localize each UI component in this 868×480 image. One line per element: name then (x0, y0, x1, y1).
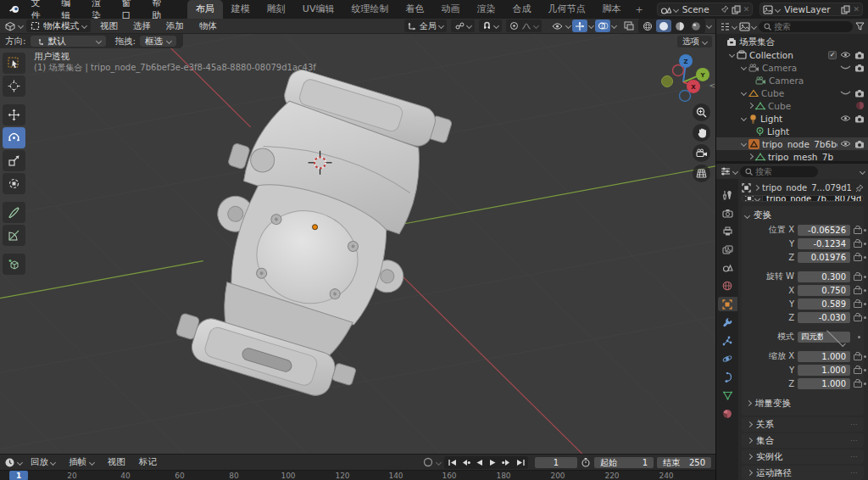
expand-chevron-icon[interactable] (741, 141, 747, 147)
jump-to-end-button[interactable] (514, 457, 526, 468)
add-workspace-button[interactable]: + (629, 2, 648, 19)
transform-panel-header[interactable]: 变换 (745, 209, 860, 222)
frame-start-field[interactable]: 起始1 (594, 457, 654, 468)
animate-dot-icon[interactable] (858, 336, 860, 338)
outliner-row-light-data[interactable]: Light (716, 125, 868, 137)
scene-name[interactable]: Scene (681, 4, 718, 14)
render-camera-icon[interactable] (854, 64, 865, 72)
chevron-down-icon[interactable] (706, 23, 712, 29)
expand-chevron-icon[interactable] (729, 52, 735, 58)
tool-annotate[interactable] (3, 202, 25, 223)
object-type-dropdown[interactable] (743, 196, 763, 201)
animate-dot-icon[interactable] (864, 256, 866, 259)
lock-icon[interactable] (854, 286, 860, 294)
tab-compositing[interactable]: 合成 (504, 0, 539, 19)
chevron-down-icon[interactable] (611, 23, 617, 29)
tool-scale[interactable] (3, 150, 25, 171)
shading-material-button[interactable] (672, 20, 687, 32)
editor-type-button[interactable] (4, 21, 23, 31)
tab-physics[interactable] (718, 352, 737, 366)
viewlayer-name[interactable]: ViewLayer (782, 4, 838, 14)
tab-particles[interactable] (718, 333, 737, 348)
menu-keying[interactable]: 插帧 (64, 455, 98, 469)
viewlayer-icon[interactable] (763, 5, 773, 14)
show-object-types-button[interactable] (549, 20, 565, 32)
outliner-search-input[interactable] (774, 22, 848, 31)
animate-dot-icon[interactable] (864, 243, 866, 245)
playhead-marker[interactable]: 1 (9, 471, 28, 480)
collection-checkbox[interactable]: ✓ (828, 51, 837, 59)
play-button[interactable] (487, 457, 499, 468)
animate-dot-icon[interactable] (864, 303, 866, 305)
pin-icon[interactable] (855, 184, 864, 193)
current-frame-field[interactable]: 1 (535, 457, 577, 468)
menu-object[interactable]: 物体 (193, 20, 223, 33)
close-icon[interactable]: ✕ (743, 5, 750, 14)
outliner-row-light-object[interactable]: Light (716, 112, 868, 125)
mode-selector[interactable]: 物体模式 (26, 20, 91, 32)
perspective-toggle-button[interactable] (693, 165, 710, 182)
tab-uv-editing[interactable]: UV编辑 (294, 0, 343, 19)
properties-editor-type-button[interactable] (720, 166, 737, 176)
lock-icon[interactable] (854, 253, 860, 261)
chevron-down-icon[interactable] (565, 23, 571, 29)
sidebar-collapse-arrow[interactable]: < (709, 81, 715, 90)
outliner-row-collection[interactable]: Collection ✓ (716, 48, 868, 61)
tab-output[interactable] (718, 224, 737, 238)
collapsed-chevron-icon[interactable] (748, 103, 754, 109)
tab-animation[interactable]: 动画 (432, 0, 468, 19)
timeline-ruler[interactable]: 1 20 40 60 80 100 120 140 160 180 200 22… (0, 470, 715, 480)
overlays-toggle-button[interactable] (595, 20, 610, 32)
animate-dot-icon[interactable] (864, 369, 866, 371)
expand-chevron-icon[interactable] (741, 90, 747, 96)
proportional-editing-icon[interactable] (509, 21, 519, 31)
play-reverse-button[interactable] (473, 457, 486, 468)
lock-icon[interactable] (854, 239, 860, 248)
lock-icon[interactable] (854, 366, 860, 374)
tool-move[interactable] (3, 104, 25, 126)
animate-dot-icon[interactable] (864, 382, 866, 385)
animate-dot-icon[interactable] (864, 229, 866, 232)
tab-tool[interactable] (718, 187, 737, 202)
prev-keyframe-button[interactable] (459, 457, 472, 468)
animate-dot-icon[interactable] (864, 289, 866, 292)
menu-view[interactable]: 视图 (94, 20, 124, 33)
tab-sculpting[interactable]: 雕刻 (259, 0, 294, 19)
tab-scene[interactable] (718, 260, 737, 275)
auto-keying-button[interactable] (423, 457, 433, 467)
jump-to-start-button[interactable] (446, 457, 459, 468)
chevron-down-icon[interactable] (775, 6, 781, 12)
eye-closed-icon[interactable] (840, 64, 851, 71)
timeline-editor-type-button[interactable] (4, 457, 22, 468)
shading-wireframe-button[interactable] (640, 20, 655, 32)
section-relations[interactable]: 关系 ⋯ (742, 417, 864, 432)
viewport-3d[interactable]: Z Y X 方向: 默认 拖拽: 框选 (0, 34, 715, 454)
render-camera-icon[interactable] (854, 140, 865, 148)
lock-icon[interactable] (854, 299, 860, 308)
menu-view-timeline[interactable]: 视图 (103, 455, 131, 469)
tab-material[interactable] (718, 406, 737, 421)
render-camera-icon[interactable] (854, 89, 865, 98)
expand-chevron-icon[interactable] (741, 115, 747, 121)
outliner-display-mode-button[interactable] (720, 22, 737, 31)
value-field[interactable]: 0.01976 (798, 252, 850, 263)
material-sphere-icon[interactable] (855, 101, 865, 110)
tool-measure[interactable] (3, 225, 25, 246)
outliner-row-cube-data[interactable]: Cube (716, 99, 868, 112)
object-name-field[interactable]: tripo_node_7b...8079d1ac43f (742, 195, 864, 202)
tab-rendering[interactable]: 渲染 (468, 0, 504, 19)
rotation-mode-dropdown[interactable]: 四元数 (... (798, 332, 850, 343)
pivot-point-dropdown[interactable] (451, 20, 475, 32)
next-keyframe-button[interactable] (500, 457, 513, 468)
chevron-down-icon[interactable] (588, 23, 594, 29)
lock-icon[interactable] (854, 226, 860, 234)
tab-world[interactable] (718, 279, 737, 293)
shading-solid-button[interactable] (656, 20, 671, 32)
tab-object-data[interactable] (718, 388, 737, 403)
tab-shading[interactable]: 着色 (397, 0, 432, 19)
magnet-icon[interactable] (482, 21, 492, 31)
chevron-down-icon[interactable] (673, 6, 679, 12)
menu-playback[interactable]: 回放 (25, 455, 60, 469)
eye-icon[interactable] (840, 51, 851, 59)
pan-button[interactable] (693, 124, 710, 142)
